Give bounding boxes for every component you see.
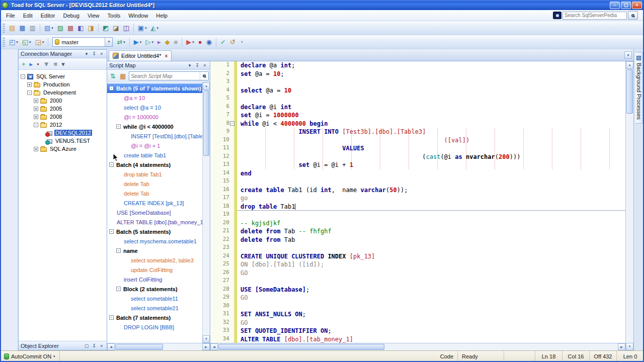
script-map-vscrollbar[interactable]: ▲ ▼ [202,82,210,343]
connect-icon[interactable]: ▸ [28,58,35,69]
panel-close-icon[interactable]: × [99,51,105,57]
search-button[interactable] [628,11,638,20]
menu-item-file[interactable]: File [2,11,19,20]
line-number[interactable]: 30 [210,302,234,311]
line-number[interactable]: 28 [210,286,234,294]
line-number[interactable]: 4 [210,86,234,95]
script-map-item[interactable]: -while @i < 4000000 [107,122,202,131]
line-number[interactable]: 12 [210,153,234,161]
code-line[interactable]: end [237,169,625,178]
tree-expander[interactable]: + [34,115,38,119]
code-line[interactable]: -- kgjsdjkf [237,219,625,228]
tree-expander[interactable]: + [34,99,38,103]
database-explorer-icon[interactable]: ◧ [75,23,86,34]
script-map-hscrollbar[interactable]: ◀ ▶ [107,343,210,350]
script-map-item[interactable]: CREATE INDEX [pk_13] [107,198,202,208]
code-line[interactable]: ALTER TABLE [dbo].[tab_money_1] [237,335,625,343]
toolbar-grip[interactable] [3,38,5,47]
menu-item-view[interactable]: View [84,11,104,20]
sync-with-editor-icon[interactable]: ⇅ [108,70,118,81]
scroll-up-icon[interactable]: ▲ [203,82,210,90]
script-map-item[interactable]: create table Tab1 [107,150,202,160]
watches-icon[interactable]: ◉ [204,37,214,48]
line-number[interactable]: 18 [210,203,234,211]
code-line[interactable]: CREATE UNIQUE CLUSTERED INDEX [pk_13] [237,252,625,261]
code-line[interactable] [237,277,625,286]
line-number[interactable]: 23 [210,244,234,252]
session-browser-icon[interactable]: ▩ [65,23,75,34]
new-editor-icon[interactable]: ▧▾ [42,23,55,34]
line-number[interactable]: 19 [210,211,234,219]
disconnect-icon[interactable]: ▪ [35,58,41,69]
execute-to-file-icon[interactable]: ▸ [155,37,163,48]
menu-item-editor[interactable]: Editor [37,11,59,20]
tree-expander[interactable]: - [109,86,114,90]
object-search-icon[interactable]: ◨ [86,23,96,34]
line-number[interactable]: 25 [210,260,234,269]
scroll-track[interactable] [203,90,210,335]
code-line[interactable]: create table Tab1 (id int, name varchar(… [237,186,625,195]
scroll-thumb[interactable] [115,344,163,350]
tree-expander[interactable]: - [27,90,32,95]
line-number[interactable]: 6 [210,103,234,112]
code-line[interactable] [237,78,625,86]
scroll-left-icon[interactable]: ◀ [210,343,218,350]
scroll-thumb[interactable] [203,90,209,156]
code-line[interactable]: set @i = 1000000 [237,111,625,120]
code-line[interactable]: SET ANSI_NULLS ON; [237,310,625,319]
new-connection-icon[interactable]: + [20,58,28,69]
line-number[interactable]: 26 [210,269,234,278]
tree-expander[interactable]: - [109,315,114,320]
scroll-thumb[interactable] [626,69,633,114]
connection-tree-item[interactable]: +2000 [19,97,107,105]
code-line[interactable] [237,211,625,219]
script-map-item[interactable]: insert ColFitting [107,275,202,284]
breakpoints-icon[interactable]: ● [196,37,204,48]
auto-hide-pin-icon[interactable]: ↧ [91,51,97,57]
new-connection-icon[interactable]: ◰▾ [7,37,20,48]
tab-list-dropdown-icon[interactable]: ▾ [624,51,632,59]
script-map-menu-icon[interactable]: ▾ [187,62,193,68]
tree-expander[interactable]: - [116,124,121,129]
connection-tree-item[interactable]: VENUS.TEST [19,137,107,145]
execute-statement-icon[interactable]: ▷▾ [143,37,155,48]
tab-close-icon[interactable]: × [165,53,168,59]
script-map-search-input[interactable] [129,73,200,79]
line-number[interactable]: 11 [210,144,234,153]
title-bar[interactable]: Toad for SQL Server - [DEV\SQL2012 Edito… [0,0,644,10]
code-line[interactable] [237,302,625,311]
code-line[interactable]: set @a = 10; [237,70,625,78]
script-map-item[interactable]: delete Tab [107,179,202,189]
line-number[interactable]: 16 [210,186,234,195]
code-line[interactable]: select @a = 10 [237,86,625,95]
explain-plan-icon[interactable]: ◆ [163,37,172,48]
line-number[interactable]: 33 [210,327,234,335]
stop-execution-icon[interactable]: ■ [172,37,180,48]
code-line[interactable]: delete from Tab -- fhfghf [237,227,625,236]
code-line[interactable]: VALUES [237,144,625,153]
script-map-item[interactable]: select @a = 10 [107,103,202,112]
script-map-item[interactable]: INSERT [TestDb].[dbo].[Table3] [107,131,202,141]
properties-icon[interactable]: ≡ [52,58,60,69]
tab-editor-untitled4[interactable]: Editor Untitled4* × [109,50,172,61]
print-icon[interactable]: ▥ [28,23,38,34]
tree-expander[interactable]: + [27,82,32,87]
open-session-icon[interactable]: ◱▾ [20,37,33,48]
script-map-item[interactable]: drop table Tab1 [107,169,202,179]
connection-tree-item[interactable]: DEV.SQL2012 [19,129,107,137]
line-number[interactable]: 7 [210,111,234,120]
line-number[interactable]: 3 [210,78,234,86]
new-document-icon[interactable]: ◲▾ [33,37,46,48]
tree-expander[interactable]: - [116,287,121,291]
code-line[interactable]: (cast(@i as nvarchar(200))) [237,153,625,161]
script-map-item[interactable]: USE [SomeDatabase] [107,208,202,217]
editor-hscrollbar[interactable]: ◀ ▶ [210,343,625,350]
code-line[interactable] [237,95,625,103]
menu-item-help[interactable]: Help [152,11,172,20]
scroll-left-icon[interactable]: ◀ [107,343,115,350]
background-processes-tab[interactable]: Background Processes [635,52,643,124]
code-line[interactable]: GO [237,269,625,278]
script-map-item[interactable]: -name [107,246,202,255]
database-combo[interactable]: master ▾ [52,37,113,47]
scroll-right-icon[interactable]: ▶ [202,343,210,350]
